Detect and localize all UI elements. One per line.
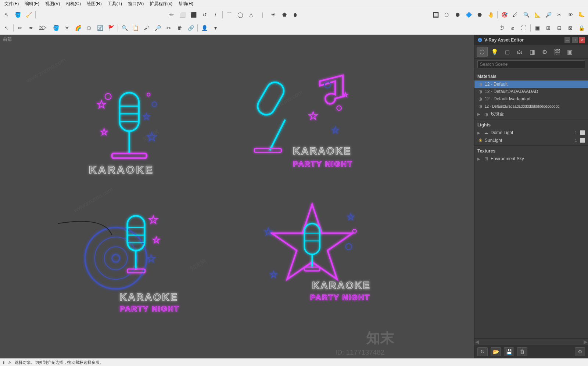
tb-slash[interactable]: /: [211, 10, 221, 19]
tb-pencil[interactable]: ✏: [166, 10, 177, 19]
tb-sun[interactable]: ☀: [268, 10, 279, 19]
tb-r4[interactable]: 🔷: [463, 10, 474, 19]
tb-r2[interactable]: ⬡: [441, 10, 452, 19]
menu-camera[interactable]: 相机(C): [63, 0, 84, 8]
tb-r11[interactable]: 🔎: [543, 10, 553, 19]
tb-b3[interactable]: ✒: [26, 23, 36, 33]
tb-right3[interactable]: ⛶: [519, 23, 529, 33]
footer-delete-btn[interactable]: 🗑: [517, 347, 527, 356]
texture-item-env-sky[interactable]: ▶ ⊞ Environment Sky: [474, 155, 588, 162]
tb-b17[interactable]: 🔗: [186, 23, 196, 33]
material-item-rose-gold[interactable]: ▶ ◑ 玫瑰金: [474, 110, 588, 118]
tb-r14[interactable]: 🦶: [576, 10, 587, 19]
tab-settings-icon[interactable]: ⚙: [539, 47, 550, 57]
tb-right5[interactable]: ⊞: [543, 23, 553, 33]
tab-lights-icon[interactable]: 💡: [489, 47, 500, 57]
tab-geometry-icon[interactable]: ◻: [502, 47, 513, 57]
tab-render-icon[interactable]: ◨: [527, 47, 538, 57]
tb-paint[interactable]: 🪣: [12, 10, 23, 19]
panel-close-btn[interactable]: ✕: [579, 37, 585, 43]
panel-minimize-btn[interactable]: —: [564, 37, 570, 43]
menu-window[interactable]: 窗口(W): [125, 0, 147, 8]
tab-materials-icon[interactable]: ⬡: [477, 47, 488, 57]
tb-b18[interactable]: 👤: [199, 23, 209, 33]
tb-right4[interactable]: ▣: [532, 23, 542, 33]
tb-b8[interactable]: ⬡: [84, 23, 94, 33]
tb-shape[interactable]: ⬟: [279, 10, 290, 19]
light-item-sun[interactable]: ☀ SunLight 1: [474, 136, 588, 144]
menu-edit[interactable]: 编辑(E): [22, 0, 42, 8]
tb-b13[interactable]: 🖋: [141, 23, 152, 33]
tb-r12[interactable]: ✂: [554, 10, 564, 19]
material-item-default[interactable]: ◑ 12 - Default: [474, 80, 588, 88]
tb-r5[interactable]: ⬣: [474, 10, 485, 19]
panel-content[interactable]: Materials ◑ 12 - Default ◑ 12 - DefaultD…: [474, 70, 588, 338]
footer-refresh-btn[interactable]: ↻: [477, 347, 488, 356]
menu-file[interactable]: 文件(F): [1, 0, 22, 8]
tb-r7[interactable]: 🎯: [499, 10, 509, 19]
tb-b9[interactable]: 🔄: [95, 23, 105, 33]
tb-r6[interactable]: 🤚: [485, 10, 496, 19]
tb-select[interactable]: ↖: [1, 10, 12, 19]
panel-nav-left[interactable]: ◀: [474, 339, 480, 345]
tb-r13[interactable]: 👁: [565, 10, 576, 19]
search-input[interactable]: [477, 60, 585, 68]
tb-line[interactable]: |: [257, 10, 268, 19]
tb-b7[interactable]: 🌈: [73, 23, 83, 33]
tb-b5[interactable]: 🪣: [51, 23, 61, 33]
panel-nav-right[interactable]: ▶: [583, 339, 588, 345]
dome-light-swatch[interactable]: [580, 130, 585, 135]
tb-box[interactable]: ⬛: [189, 10, 199, 19]
material-item-defaultdadadaadad[interactable]: ◑ 12 - DefaultDADADAADAD: [474, 88, 588, 95]
tb-b12[interactable]: 📋: [130, 23, 141, 33]
tb-b11[interactable]: 🔍: [119, 23, 130, 33]
tb-r8[interactable]: 🖊: [510, 10, 520, 19]
tb-b16[interactable]: 🗑: [175, 23, 185, 33]
tab-render2-icon[interactable]: ▣: [564, 47, 575, 57]
tb-b19[interactable]: ▾: [210, 23, 220, 33]
panel-restore-btn[interactable]: □: [572, 37, 578, 43]
footer-save-btn[interactable]: 💾: [504, 347, 514, 356]
canvas-area[interactable]: 前部 www.znzmo.com 知末网 www.znzmo.com 知末网 w…: [0, 35, 474, 358]
menu-draw[interactable]: 绘图(R): [84, 0, 105, 8]
light-item-dome[interactable]: ▶ ☁ Dome Light 1: [474, 129, 588, 136]
main-canvas-svg: ★ ★ ★ ★ KARAOKE: [0, 35, 474, 358]
tb-b14[interactable]: 🔎: [153, 23, 163, 33]
footer-open-btn[interactable]: 📂: [491, 347, 501, 356]
tb-r9[interactable]: 🔍: [521, 10, 531, 19]
tb-rotate[interactable]: ↺: [200, 10, 210, 19]
tab-textures-icon[interactable]: 🗂: [514, 47, 525, 57]
tb-polygon[interactable]: △: [246, 10, 257, 19]
tb-right1[interactable]: ⏱: [496, 23, 507, 33]
tb-b15[interactable]: ✂: [164, 23, 174, 33]
tb-right7[interactable]: ⊠: [565, 23, 576, 33]
tb-r1[interactable]: 🔲: [430, 10, 441, 19]
footer-settings-btn[interactable]: ⚙: [575, 347, 585, 356]
svg-rect-40: [304, 223, 320, 254]
tb-r10[interactable]: 📐: [532, 10, 542, 19]
tb-right8[interactable]: 🔒: [576, 23, 587, 33]
tb-r3[interactable]: ⬢: [452, 10, 463, 19]
menu-help[interactable]: 帮助(H): [175, 0, 196, 8]
tb-circle[interactable]: ◯: [235, 10, 245, 19]
tb-b10[interactable]: 🚩: [106, 23, 116, 33]
tb-erase[interactable]: 🧹: [24, 10, 34, 19]
tab-sequence-icon[interactable]: 🎬: [552, 47, 563, 57]
tb-arc[interactable]: ⌒: [224, 10, 234, 19]
tb-b1[interactable]: ↖: [1, 23, 12, 33]
tb-rect[interactable]: ⬜: [178, 10, 188, 19]
menu-view[interactable]: 视图(V): [42, 0, 63, 8]
menu-extensions[interactable]: 扩展程序(x): [147, 0, 175, 8]
tb-b2[interactable]: ✏: [15, 23, 25, 33]
sun-light-swatch[interactable]: [580, 138, 585, 143]
tb-right2[interactable]: ⌀: [508, 23, 518, 33]
tb-oval[interactable]: ⬮: [290, 10, 301, 19]
tb-right6[interactable]: ⊟: [554, 23, 564, 33]
svg-text:★: ★: [347, 212, 355, 222]
tb-b6[interactable]: ☀: [62, 23, 72, 33]
svg-text:★: ★: [153, 235, 160, 245]
tb-b4[interactable]: ⌦: [37, 23, 47, 33]
menu-tools[interactable]: 工具(T): [105, 0, 125, 8]
material-item-defaultdwadaadad[interactable]: ◑ 12 - Defaultdwadaadad: [474, 95, 588, 103]
material-item-defaultlong[interactable]: ◑ 12 - Defaultdwadaadadddddddddddddddddd…: [474, 103, 588, 110]
